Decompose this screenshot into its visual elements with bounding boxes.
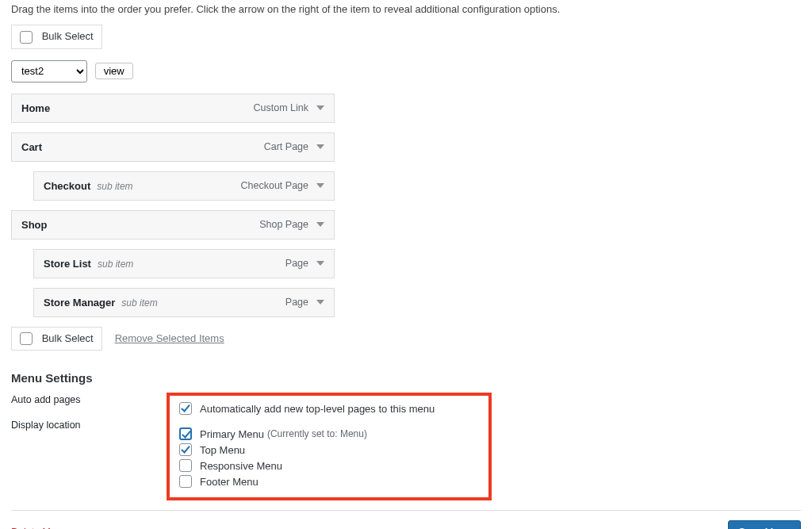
- chevron-down-icon[interactable]: [316, 300, 324, 305]
- menu-item[interactable]: HomeCustom Link: [11, 94, 335, 123]
- menu-item-type: Page: [285, 258, 308, 269]
- settings-highlight: Automatically add new top-level pages to…: [167, 393, 492, 500]
- menu-item-title: Checkout: [44, 180, 90, 192]
- auto-add-pages-label: Auto add pages: [11, 393, 167, 405]
- menu-item[interactable]: Store Listsub itemPage: [33, 249, 335, 278]
- menu-item-sub-label: sub item: [121, 297, 157, 309]
- chevron-down-icon[interactable]: [316, 222, 324, 227]
- menu-item-title: Store List: [44, 258, 91, 270]
- menu-item-sub-label: sub item: [97, 181, 132, 192]
- view-button[interactable]: view: [95, 63, 133, 79]
- bulk-select-bottom[interactable]: Bulk Select: [11, 327, 102, 351]
- display-location-checkbox[interactable]: [179, 427, 192, 440]
- menu-item-title: Shop: [21, 219, 48, 231]
- menu-item-type: Page: [285, 297, 308, 308]
- menu-item[interactable]: ShopShop Page: [11, 210, 335, 240]
- footer: Delete Menu Save Menu: [11, 510, 801, 529]
- display-location-option: Primary Menu: [200, 428, 264, 440]
- delete-menu-link[interactable]: Delete Menu: [11, 527, 67, 529]
- menu-item-type: Cart Page: [264, 141, 308, 152]
- bulk-select-bottom-checkbox[interactable]: [20, 332, 33, 345]
- display-location-hint: (Currently set to: Menu): [267, 428, 367, 439]
- save-menu-button[interactable]: Save Menu: [728, 520, 801, 529]
- display-location-option: Top Menu: [200, 444, 245, 456]
- menu-item[interactable]: CartCart Page: [11, 132, 335, 162]
- bulk-select-top-label: Bulk Select: [42, 30, 94, 42]
- display-location-checkbox[interactable]: [179, 443, 192, 456]
- menu-item-type: Custom Link: [254, 102, 308, 113]
- bulk-select-top-checkbox[interactable]: [20, 31, 33, 44]
- display-location-option: Responsive Menu: [200, 460, 282, 472]
- menu-item-title: Cart: [21, 141, 42, 153]
- menu-item-type: Shop Page: [259, 219, 308, 230]
- menu-item-sub-label: sub item: [98, 259, 133, 270]
- menu-item-title: Home: [21, 102, 50, 114]
- menu-select[interactable]: test2: [11, 60, 87, 82]
- chevron-down-icon[interactable]: [316, 261, 324, 266]
- chevron-down-icon[interactable]: [316, 183, 324, 188]
- menu-item-type: Checkout Page: [241, 180, 308, 191]
- menu-settings: Menu Settings Auto add pages Display loc…: [11, 371, 801, 500]
- display-location-label: Display location: [11, 418, 167, 431]
- auto-add-pages-checkbox[interactable]: [179, 402, 192, 415]
- remove-selected-link: Remove Selected Items: [115, 332, 224, 344]
- menu-item[interactable]: Store Managersub itemPage: [33, 288, 335, 317]
- menu-item-title: Store Manager: [44, 297, 115, 309]
- display-location-checkbox[interactable]: [179, 459, 192, 472]
- auto-add-pages-option: Automatically add new top-level pages to…: [200, 403, 435, 415]
- chevron-down-icon[interactable]: [316, 144, 324, 149]
- menu-settings-title: Menu Settings: [11, 371, 801, 385]
- display-location-option: Footer Menu: [200, 476, 259, 488]
- chevron-down-icon[interactable]: [316, 105, 324, 110]
- bulk-select-top[interactable]: Bulk Select: [11, 25, 102, 49]
- help-text: Drag the items into the order you prefer…: [11, 0, 801, 15]
- bulk-select-bottom-label: Bulk Select: [42, 332, 94, 344]
- menu-item[interactable]: Checkoutsub itemCheckout Page: [33, 171, 335, 201]
- menu-items-list: HomeCustom LinkCartCart PageCheckoutsub …: [11, 94, 335, 317]
- display-location-checkbox[interactable]: [179, 475, 192, 488]
